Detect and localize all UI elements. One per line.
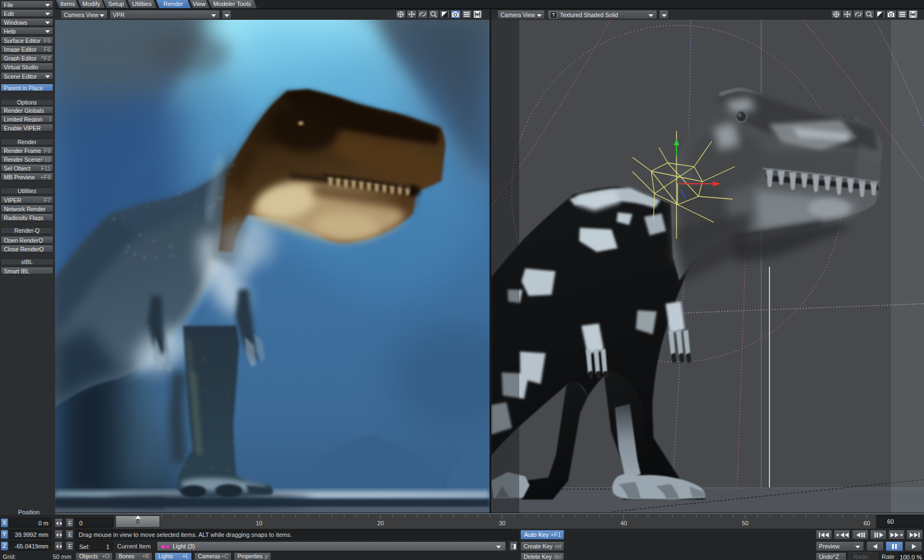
svg-text:20: 20 xyxy=(377,520,384,526)
svg-text:30: 30 xyxy=(499,520,505,526)
svg-text:Items: Items xyxy=(61,1,75,7)
svg-text:10: 10 xyxy=(256,520,262,526)
svg-text:Modify: Modify xyxy=(82,1,101,7)
svg-text:Utilities: Utilities xyxy=(132,1,152,7)
svg-text:Modeler Tools: Modeler Tools xyxy=(213,1,251,7)
svg-text:Setup: Setup xyxy=(108,1,124,7)
svg-text:60: 60 xyxy=(864,520,870,526)
svg-text:40: 40 xyxy=(620,520,627,526)
svg-text:Render: Render xyxy=(163,1,183,7)
svg-text:View: View xyxy=(193,1,206,7)
svg-text:50: 50 xyxy=(742,520,749,526)
